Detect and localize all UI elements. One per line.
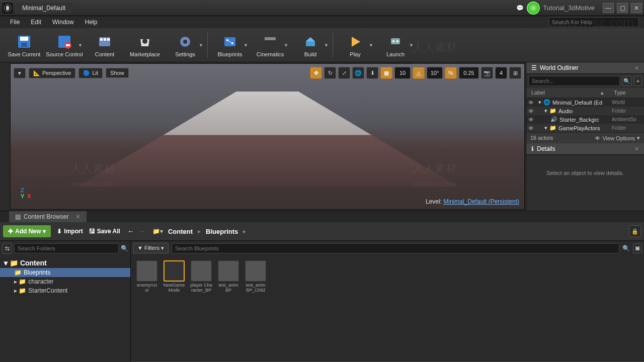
menu-help[interactable]: Help	[80, 18, 103, 27]
svg-rect-9	[104, 38, 106, 41]
chevron-down-icon[interactable]: ▼	[78, 43, 83, 48]
viewport-show-dropdown[interactable]: Show	[106, 68, 129, 78]
viewport-maximize-button[interactable]: ⊞	[509, 67, 521, 79]
outliner-tree[interactable]: 👁▾ 🌐Minimal_Default (EdWorld 👁▾ 📁AudioFo…	[526, 98, 644, 132]
save-current-button[interactable]: Save Current	[4, 30, 44, 60]
folder-search-input[interactable]	[14, 243, 119, 253]
search-icon[interactable]: 🔍	[622, 76, 632, 86]
play-button[interactable]: Play▼	[335, 30, 375, 60]
transform-move-button[interactable]: ✥	[310, 67, 322, 79]
outliner-search-input[interactable]	[528, 76, 620, 86]
maximize-button[interactable]: ▢	[617, 3, 628, 13]
scale-snap-button[interactable]: %	[445, 67, 457, 79]
menu-edit[interactable]: Edit	[26, 18, 46, 27]
svg-point-13	[183, 40, 187, 44]
search-icon[interactable]: 🔍	[121, 245, 128, 252]
save-all-button[interactable]: 🖫Save All	[89, 228, 120, 235]
tree-item-blueprints[interactable]: 📁 Blueprints	[0, 268, 130, 277]
chevron-down-icon[interactable]: ▼	[409, 43, 414, 48]
tutorial-badge-icon[interactable]	[527, 2, 540, 15]
nav-back-button[interactable]: ←	[126, 227, 135, 235]
view-options-button[interactable]: 👁View Options ▾	[595, 135, 640, 141]
chevron-down-icon[interactable]: ▼	[199, 43, 203, 48]
transform-rotate-button[interactable]: ↻	[324, 67, 336, 79]
scale-snap-value[interactable]: 0.25	[459, 67, 479, 79]
camera-speed-value[interactable]: 4	[495, 67, 507, 79]
transform-scale-button[interactable]: ⤢	[338, 67, 350, 79]
search-icon[interactable]: 🔍	[622, 245, 630, 252]
sort-icon[interactable]: ▴	[601, 89, 604, 96]
play-icon	[347, 33, 364, 50]
chevron-down-icon[interactable]: ▼	[369, 43, 373, 48]
marketplace-button[interactable]: Marketplace	[125, 30, 165, 60]
viewport-perspective-dropdown[interactable]: 📐 Perspective	[29, 68, 75, 78]
eye-icon[interactable]: 👁	[528, 100, 534, 106]
help-search-input[interactable]	[548, 17, 639, 27]
filters-button[interactable]: ▼ Filters ▾	[133, 243, 169, 253]
settings-button[interactable]: Settings▼	[165, 30, 205, 60]
sources-toggle-button[interactable]: ⇆	[2, 243, 12, 254]
eye-icon[interactable]: 👁	[528, 125, 534, 131]
grid-snap-value[interactable]: 10	[394, 67, 411, 79]
level-link[interactable]: Minimal_Default (Persistent)	[443, 198, 519, 205]
camera-speed-button[interactable]: 📷	[481, 67, 493, 79]
menu-file[interactable]: File	[5, 18, 25, 27]
chat-icon[interactable]: 💬	[516, 5, 524, 12]
level-viewport[interactable]: ▾ 📐 Perspective 🔵 Lit Show ✥ ↻ ⤢ 🌐 ⬇ ▦ 1…	[10, 63, 525, 210]
close-icon[interactable]: ✕	[634, 146, 639, 152]
folder-tree[interactable]: ▾ 📁 Content 📁 Blueprints ▸ 📁 character ▸…	[0, 256, 130, 362]
close-icon[interactable]: ✕	[634, 65, 639, 71]
svg-rect-20	[306, 41, 315, 46]
eye-icon[interactable]: 👁	[528, 117, 534, 123]
clapper-icon	[262, 33, 279, 50]
eye-icon[interactable]: 👁	[528, 108, 534, 114]
level-tab[interactable]: Minimal_Default	[15, 3, 72, 14]
grid-snap-button[interactable]: ▦	[380, 67, 392, 79]
import-button[interactable]: ⬇Import	[57, 228, 83, 235]
source-control-button[interactable]: Source Control▼	[44, 30, 85, 60]
asset-search-input[interactable]	[172, 243, 619, 253]
breadcrumb-content[interactable]: Content	[166, 228, 195, 235]
angle-snap-value[interactable]: 10°	[427, 67, 443, 79]
audio-icon: 🔊	[550, 116, 557, 123]
chevron-down-icon[interactable]: ▼	[244, 43, 248, 48]
svg-rect-18	[265, 39, 276, 46]
svg-rect-8	[100, 38, 103, 41]
world-outliner-tab[interactable]: ☰ World Outliner ✕	[526, 62, 644, 74]
save-search-button[interactable]: ▣	[633, 243, 642, 253]
tree-item-startercontent[interactable]: ▸ 📁 StarterContent	[0, 286, 130, 295]
content-browser-tab[interactable]: ▤ Content Browser ✕	[9, 211, 87, 222]
asset-item[interactable]: NewGame Mode	[163, 260, 185, 293]
breadcrumb-blueprints[interactable]: Blueprints	[204, 228, 240, 235]
content-button[interactable]: Content	[85, 30, 125, 60]
asset-item[interactable]: player Character_BP	[190, 260, 212, 293]
svg-rect-2	[20, 37, 28, 41]
asset-item[interactable]: test_anim BP_Child	[245, 260, 267, 293]
tree-item-character[interactable]: ▸ 📁 character	[0, 277, 130, 286]
svg-rect-3	[21, 43, 27, 47]
chevron-down-icon[interactable]: ▼	[284, 43, 288, 48]
viewport-lit-dropdown[interactable]: 🔵 Lit	[78, 68, 103, 78]
viewport-options-dropdown[interactable]: ▾	[14, 68, 26, 78]
minimize-button[interactable]: —	[603, 3, 614, 13]
add-filter-button[interactable]: +	[634, 76, 642, 86]
launch-button[interactable]: Launch▼	[375, 30, 416, 60]
asset-grid[interactable]: enemyActor NewGame Mode player Character…	[131, 255, 644, 360]
surface-snap-button[interactable]: ⬇	[366, 67, 378, 79]
coord-space-button[interactable]: 🌐	[352, 67, 364, 79]
source-control-icon	[56, 33, 73, 50]
menu-window[interactable]: Window	[47, 18, 79, 27]
lock-icon[interactable]: 🔒	[629, 225, 641, 237]
build-button[interactable]: Build▼	[290, 30, 331, 60]
asset-item[interactable]: test_anim BP	[217, 260, 239, 293]
close-button[interactable]: ✕	[631, 3, 642, 13]
angle-snap-button[interactable]: △	[413, 67, 425, 79]
chevron-down-icon[interactable]: ▼	[324, 43, 329, 48]
add-new-button[interactable]: ✚Add New ▾	[3, 225, 51, 237]
close-icon[interactable]: ✕	[75, 213, 80, 220]
blueprints-button[interactable]: Blueprints▼	[210, 30, 250, 60]
nav-forward-button[interactable]: →	[137, 227, 146, 235]
details-tab[interactable]: ℹ Details ✕	[526, 143, 644, 155]
cinematics-button[interactable]: Cinematics▼	[250, 30, 290, 60]
asset-item[interactable]: enemyActor	[136, 260, 158, 293]
